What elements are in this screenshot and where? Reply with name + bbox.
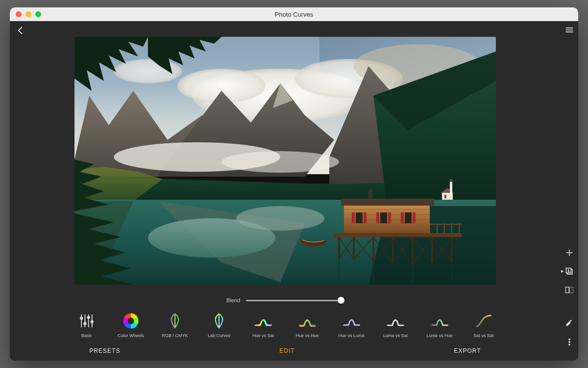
svg-rect-56 [341, 199, 434, 206]
svg-rect-47 [352, 212, 355, 223]
content-area: Blend [10, 21, 578, 361]
hump-hue-sat-icon [254, 312, 272, 330]
svg-rect-53 [401, 212, 404, 223]
color-wheel-icon [122, 312, 140, 330]
tool-label: RGB / CMYK [162, 333, 188, 338]
svg-rect-50 [376, 212, 379, 223]
close-window-button[interactable] [16, 11, 22, 17]
tab-presets[interactable]: PRESETS [89, 347, 120, 354]
svg-rect-9 [442, 193, 453, 201]
svg-rect-10 [450, 182, 452, 193]
tool-label: Basic [81, 333, 92, 338]
tool-lab-curves[interactable]: Lab Curves [204, 312, 234, 338]
more-button[interactable] [564, 337, 574, 347]
svg-rect-55 [413, 212, 416, 223]
svg-point-87 [569, 344, 570, 345]
maximize-window-button[interactable] [35, 11, 41, 17]
tab-export[interactable]: EXPORT [454, 347, 481, 354]
right-sidebar: 1 [561, 21, 578, 361]
tool-sat-vs-sat[interactable]: Sat vs Sat [468, 312, 499, 338]
tool-hue-vs-sat[interactable]: Hue vs Sat [248, 312, 278, 338]
blend-thumb[interactable] [338, 297, 344, 304]
svg-point-65 [84, 322, 86, 325]
tool-label: Hue vs Hue [295, 333, 318, 338]
compare-button[interactable] [564, 285, 574, 295]
tool-row: Basic [10, 308, 561, 341]
minimize-window-button[interactable] [25, 11, 31, 17]
back-button[interactable] [15, 25, 26, 36]
svg-rect-15 [334, 233, 462, 237]
hump-luma-sat-icon [386, 312, 405, 330]
tool-luma-vs-hue[interactable]: Luma vs Hue [424, 312, 455, 338]
blend-row: Blend [10, 293, 561, 308]
add-button[interactable] [564, 248, 574, 258]
tool-label: Sat vs Sat [473, 333, 493, 338]
svg-rect-51 [380, 212, 387, 223]
svg-rect-48 [356, 212, 363, 223]
svg-point-14 [236, 206, 324, 231]
svg-point-72 [127, 317, 134, 324]
svg-point-8 [221, 151, 339, 173]
tool-label: Luma vs Hue [426, 333, 452, 338]
svg-point-69 [91, 321, 94, 323]
bottom-tabs: PRESETS EDIT EXPORT [10, 341, 561, 361]
sliders-icon [77, 312, 96, 330]
svg-rect-54 [405, 212, 412, 223]
blend-fill [246, 300, 341, 301]
menu-button[interactable] [564, 25, 574, 35]
window-title: Photo Curves [10, 11, 578, 18]
leaf-lab-icon [210, 312, 228, 330]
tool-hue-vs-hue[interactable]: Hue vs Hue [292, 312, 322, 338]
hump-hue-hue-icon [298, 312, 317, 330]
window-controls [16, 11, 41, 17]
svg-point-85 [569, 339, 570, 340]
tool-rgb-cmyk[interactable]: RGB / CMYK [160, 312, 190, 338]
tool-color-wheels[interactable]: Color Wheels [116, 312, 146, 338]
tool-label: Hue vs Luma [338, 333, 364, 338]
leaf-rgb-icon [166, 312, 184, 330]
tool-hue-vs-luma[interactable]: Hue vs Luma [336, 312, 367, 338]
svg-rect-49 [364, 212, 367, 223]
layers-button[interactable]: 1 [564, 266, 574, 276]
blend-label: Blend [226, 297, 240, 303]
svg-point-86 [569, 342, 570, 343]
tool-label: Luma vs Sat [383, 333, 408, 338]
s-curve-icon [474, 312, 493, 330]
svg-rect-52 [388, 212, 391, 223]
svg-rect-84 [570, 287, 573, 293]
tool-label: Color Wheels [118, 333, 144, 338]
svg-rect-83 [566, 287, 569, 293]
tool-luma-vs-sat[interactable]: Luma vs Sat [380, 312, 411, 338]
svg-point-63 [80, 317, 83, 319]
svg-text:1: 1 [567, 269, 569, 272]
titlebar: Photo Curves [10, 7, 578, 21]
photo-canvas[interactable] [74, 37, 496, 285]
photo-svg [74, 37, 496, 285]
hump-hue-luma-icon [342, 312, 361, 330]
app-window: Photo Curves [10, 7, 578, 361]
svg-rect-11 [444, 195, 446, 198]
svg-rect-57 [368, 190, 372, 199]
blend-slider[interactable] [246, 295, 344, 305]
tab-edit[interactable]: EDIT [279, 347, 294, 354]
hump-luma-hue-icon [430, 312, 449, 330]
canvas-wrap [10, 40, 561, 293]
eyedropper-button[interactable] [564, 318, 574, 328]
tool-label: Hue vs Sat [252, 333, 274, 338]
svg-point-67 [87, 316, 90, 319]
tool-label: Lab Curves [208, 333, 230, 338]
main-column: Blend [10, 21, 561, 361]
tool-basic[interactable]: Basic [72, 312, 102, 338]
